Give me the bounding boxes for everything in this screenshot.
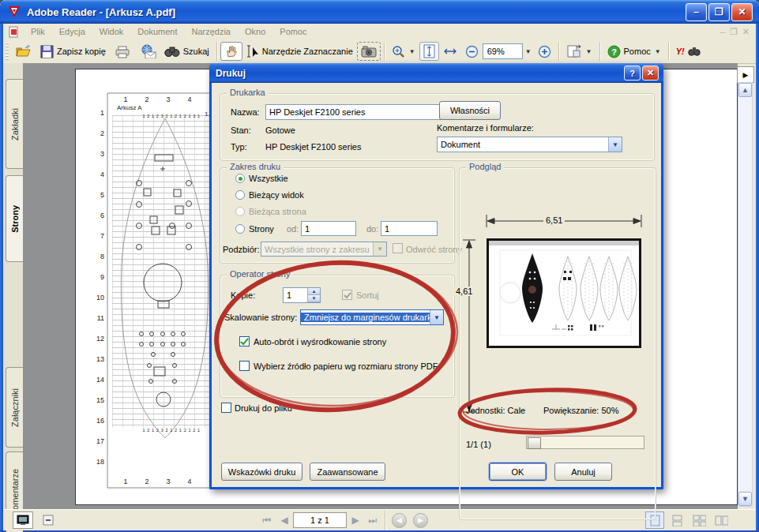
scroll-down-icon[interactable]: ▼	[738, 492, 752, 506]
pane-flyout-button[interactable]: ▶	[737, 66, 754, 83]
spin-down-icon: ▼	[308, 295, 320, 302]
svg-text:1: 1	[152, 114, 154, 118]
svg-text:1: 1	[100, 109, 104, 117]
svg-text:13: 13	[96, 355, 104, 363]
menu-pomoc[interactable]: Pomoc	[272, 25, 314, 38]
save-copy-button[interactable]: Zapisz kopię	[36, 42, 110, 61]
comments-forms-combobox[interactable]: Dokument ▼	[437, 137, 622, 152]
search-button[interactable]: Szukaj	[160, 42, 213, 61]
print-dialog-title-bar[interactable]: Drukuj ? ✕	[209, 63, 663, 83]
range-current-page-label: Bieżąca strona	[249, 207, 306, 216]
advanced-button[interactable]: Zaawansowane	[310, 463, 385, 481]
auto-rotate-checkbox[interactable]	[239, 336, 250, 347]
pages-from-label: od:	[287, 224, 299, 234]
open-button[interactable]	[11, 42, 36, 61]
continuous-icon	[672, 515, 682, 526]
properties-button[interactable]: Własności	[439, 101, 501, 120]
close-button[interactable]: ✕	[731, 3, 753, 21]
page-indicator-input[interactable]: 1 z 1	[293, 512, 347, 528]
continuous-layout-button[interactable]	[667, 511, 686, 529]
facing-layout-button[interactable]	[712, 511, 731, 529]
zoom-in-button[interactable]	[534, 42, 555, 61]
tab-strony[interactable]: Strony	[6, 175, 23, 262]
previous-page-button[interactable]: ◀	[276, 515, 293, 526]
toolbar: Zapisz kopię Szukaj	[3, 39, 756, 64]
select-tool-button[interactable]: Narzędzie Zaznaczanie	[242, 42, 357, 61]
range-pages-radio[interactable]	[235, 224, 245, 234]
combo-arrow-icon[interactable]: ▼	[608, 137, 622, 152]
zoom-dropdown-caret-icon[interactable]: ▼	[525, 48, 532, 55]
slider-thumb[interactable]	[528, 437, 541, 449]
next-page-button[interactable]: ▶	[347, 515, 364, 526]
page-display-button[interactable]: ▼	[562, 42, 596, 61]
zoom-in-tool-button[interactable]: ▼	[388, 42, 419, 61]
dialog-help-button[interactable]: ?	[624, 66, 641, 81]
binoculars-icon	[164, 46, 180, 58]
fullscreen-button[interactable]	[13, 511, 33, 529]
yahoo-search-button[interactable]: Y!	[672, 42, 705, 61]
svg-text:7: 7	[100, 232, 104, 240]
fit-page-button[interactable]	[419, 42, 439, 61]
cancel-button[interactable]: Anuluj	[554, 463, 612, 481]
zoom-out-button[interactable]	[461, 42, 483, 61]
first-page-button[interactable]: ⏮	[258, 515, 276, 526]
collapse-toolbar-button[interactable]	[38, 511, 58, 529]
svg-text:2: 2	[100, 129, 104, 137]
facing-icon	[715, 515, 728, 526]
range-all-radio[interactable]	[235, 174, 245, 183]
zoom-level-input[interactable]: 69%	[483, 43, 523, 59]
snapshot-button[interactable]	[357, 42, 381, 61]
tab-zakladki[interactable]: Zakładki	[6, 79, 23, 169]
printing-tips-button[interactable]: Wskazówki druku	[221, 463, 302, 481]
magnifier-plus-icon	[392, 45, 405, 58]
menu-plik[interactable]: Plik	[24, 25, 52, 38]
scroll-up-icon[interactable]: ▲	[738, 83, 752, 97]
svg-text:3: 3	[193, 114, 195, 118]
pages-to-input[interactable]: 1	[381, 221, 438, 236]
email-button[interactable]	[135, 42, 160, 61]
spinner-buttons[interactable]: ▲▼	[307, 288, 320, 302]
svg-text:2: 2	[193, 428, 195, 433]
range-current-view-radio[interactable]	[235, 190, 245, 200]
range-pages-label: Strony	[249, 224, 274, 234]
copies-spinner[interactable]: 1 ▲▼	[283, 287, 321, 303]
svg-text:14: 14	[96, 376, 104, 384]
menu-widok[interactable]: Widok	[92, 25, 131, 38]
title-bar[interactable]: Adobe Reader - [Arkusz A.pdf] – ❐ ✕	[0, 0, 759, 24]
minimize-button[interactable]: –	[686, 3, 707, 21]
copies-label: Kopie:	[231, 290, 255, 300]
hand-tool-button[interactable]	[220, 42, 242, 61]
select-cursor-icon	[246, 45, 259, 58]
help-button[interactable]: ? Pomoc ▼	[603, 42, 665, 61]
menu-narzedzia[interactable]: Narzędzia	[184, 25, 238, 38]
next-view-button[interactable]: ▶	[413, 513, 428, 528]
dialog-close-button[interactable]: ✕	[642, 66, 659, 81]
svg-text:3: 3	[161, 428, 163, 433]
preview-page-slider[interactable]	[526, 436, 644, 449]
print-button[interactable]	[110, 42, 135, 61]
globe-mail-icon	[139, 44, 156, 58]
maximize-button[interactable]: ❐	[708, 3, 730, 21]
previous-view-button[interactable]: ◀	[392, 513, 407, 528]
print-to-file-checkbox[interactable]	[221, 403, 231, 413]
svg-text:1: 1	[142, 428, 145, 433]
paper-source-checkbox[interactable]	[239, 361, 250, 371]
ok-button[interactable]: OK	[489, 463, 547, 481]
dropdown-caret-icon: ▼	[586, 48, 592, 55]
pages-from-input[interactable]: 1	[301, 221, 356, 236]
vertical-scrollbar[interactable]: ▲ ▼	[738, 82, 753, 507]
toolbar-grip[interactable]	[6, 43, 9, 60]
menu-edycja[interactable]: Edycja	[52, 25, 92, 38]
tab-zalaczniki[interactable]: Załączniki	[6, 367, 23, 448]
page-scaling-combobox[interactable]: Zmniejsz do marginesów drukarki ▼	[300, 309, 444, 325]
combo-arrow-icon: ▼	[373, 242, 386, 256]
fit-width-button[interactable]	[439, 42, 461, 61]
toolbar-separator	[668, 42, 669, 61]
menu-dokument[interactable]: Dokument	[130, 25, 184, 38]
last-page-button[interactable]: ⏭	[364, 515, 381, 526]
continuous-facing-layout-button[interactable]	[689, 511, 708, 529]
svg-text:3: 3	[161, 114, 163, 118]
combo-arrow-icon[interactable]: ▼	[430, 310, 443, 324]
menu-okno[interactable]: Okno	[238, 25, 272, 38]
svg-text:2: 2	[184, 114, 186, 118]
